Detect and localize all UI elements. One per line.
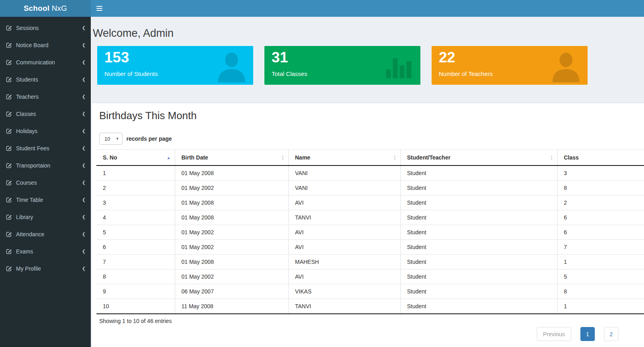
table-cell: 01 May 2002 bbox=[175, 240, 288, 255]
table-header-row: S. No ▲ ▲▼ Birth Date ▲ ▲▼ Name ▲ ▲▼ Stu… bbox=[96, 150, 644, 166]
column-label: Student/Teacher bbox=[407, 154, 451, 161]
table-cell: 11 May 2008 bbox=[175, 299, 288, 314]
table-row: 101 May 2008VANIStudent3 bbox=[96, 166, 644, 181]
table-cell: 01 May 2008 bbox=[175, 195, 288, 210]
table-cell: 8 bbox=[96, 269, 175, 284]
sidebar-item-communication[interactable]: Communication ❮ bbox=[0, 54, 91, 71]
table-cell: 01 May 2008 bbox=[175, 166, 288, 181]
chevron-left-icon: ❮ bbox=[82, 146, 86, 151]
column-header[interactable]: Name ▲ ▲▼ bbox=[288, 150, 400, 166]
table-cell: AVI bbox=[288, 269, 400, 284]
brand-rest: NxG bbox=[50, 4, 67, 12]
sidebar-item-sessions[interactable]: Sessions ❮ bbox=[0, 19, 91, 36]
edit-icon bbox=[6, 162, 12, 169]
sidebar-item-teachers[interactable]: Teachers ❮ bbox=[0, 88, 91, 105]
column-header[interactable]: Birth Date ▲ ▲▼ bbox=[175, 150, 288, 166]
previous-page-button[interactable]: Previous bbox=[537, 327, 571, 341]
sidebar-item-classes[interactable]: Classes ❮ bbox=[0, 105, 91, 122]
table-cell: 6 bbox=[557, 225, 644, 240]
table-cell: VIKAS bbox=[288, 284, 400, 299]
table-cell: 2 bbox=[96, 181, 175, 195]
table-cell: VANI bbox=[288, 181, 400, 195]
table-row: 1011 May 2008TANVIStudent1 bbox=[96, 299, 644, 314]
table-cell: 7 bbox=[557, 240, 644, 255]
sidebar-item-my-profile[interactable]: My Profile ❮ bbox=[0, 260, 91, 277]
bar-chart-icon bbox=[386, 56, 412, 78]
table-cell: VANI bbox=[288, 166, 400, 181]
column-header[interactable]: S. No ▲ ▲▼ bbox=[96, 150, 175, 166]
table-cell: Student bbox=[400, 255, 557, 269]
table-cell: 6 bbox=[96, 240, 175, 255]
birthdays-title: Birthdays This Month bbox=[99, 110, 644, 122]
hamburger-menu-button[interactable] bbox=[92, 4, 107, 14]
table-cell: Student bbox=[400, 225, 557, 240]
table-cell: 9 bbox=[96, 284, 175, 299]
sidebar-item-label: Time Table bbox=[16, 197, 82, 203]
sidebar-item-attendance[interactable]: Attendance ❮ bbox=[0, 225, 91, 243]
column-label: Class bbox=[564, 154, 579, 161]
column-header[interactable]: Student/Teacher ▲ ▲▼ bbox=[400, 150, 557, 166]
table-row: 906 May 2007VIKASStudent8 bbox=[96, 284, 644, 299]
sidebar-menu: Sessions ❮ Notice Board ❮ Communication … bbox=[0, 17, 91, 277]
app-logo[interactable]: School NxG bbox=[0, 0, 91, 17]
table-cell: 7 bbox=[96, 255, 175, 269]
sidebar-item-students[interactable]: Students ❮ bbox=[0, 71, 91, 88]
column-label: S. No bbox=[103, 154, 117, 161]
sidebar-item-label: Student Fees bbox=[16, 145, 82, 152]
sidebar-item-label: Communication bbox=[16, 59, 82, 66]
records-per-page-select[interactable]: 10 bbox=[99, 133, 122, 145]
table-cell: 1 bbox=[557, 299, 644, 314]
table-row: 501 May 2002AVIStudent6 bbox=[96, 225, 644, 240]
page-button-2[interactable]: 2 bbox=[604, 327, 618, 341]
table-body: 101 May 2008VANIStudent3201 May 2002VANI… bbox=[96, 166, 644, 314]
edit-icon bbox=[6, 76, 12, 83]
chevron-left-icon: ❮ bbox=[82, 128, 86, 134]
records-per-page-control: 10 ▼ records per page bbox=[99, 133, 644, 145]
chevron-left-icon: ❮ bbox=[82, 249, 86, 254]
edit-icon bbox=[6, 214, 12, 220]
sidebar-item-exams[interactable]: Exams ❮ bbox=[0, 243, 91, 260]
sidebar-item-transportaion[interactable]: Transportaion ❮ bbox=[0, 157, 91, 174]
table-cell: AVI bbox=[288, 225, 400, 240]
sort-ascending-icon: ▲ bbox=[167, 156, 171, 160]
table-row: 601 May 2002AVIStudent7 bbox=[96, 240, 644, 255]
pagination-pages: 12 bbox=[580, 327, 618, 341]
table-cell: Student bbox=[400, 195, 557, 210]
sidebar-item-label: Courses bbox=[16, 179, 82, 186]
edit-icon bbox=[6, 231, 12, 237]
stat-cards-row: 153 Number of Students 31 Total Classes bbox=[97, 46, 644, 85]
table-cell: 01 May 2002 bbox=[175, 181, 288, 195]
table-row: 701 May 2008MAHESHStudent1 bbox=[96, 255, 644, 269]
sidebar-item-courses[interactable]: Courses ❮ bbox=[0, 174, 91, 191]
brand-bold: School bbox=[24, 4, 50, 12]
table-cell: 6 bbox=[557, 210, 644, 225]
table-cell: 01 May 2008 bbox=[175, 255, 288, 269]
table-cell: AVI bbox=[288, 240, 400, 255]
sidebar-item-library[interactable]: Library ❮ bbox=[0, 208, 91, 225]
table-cell: Student bbox=[400, 240, 557, 255]
sidebar-item-label: Students bbox=[16, 76, 82, 83]
sidebar-item-label: Attendance bbox=[16, 231, 82, 237]
sidebar-item-notice-board[interactable]: Notice Board ❮ bbox=[0, 36, 91, 54]
edit-icon bbox=[6, 248, 12, 255]
edit-icon bbox=[6, 59, 12, 66]
sidebar-item-time-table[interactable]: Time Table ❮ bbox=[0, 191, 91, 208]
column-header[interactable]: Class ▲ ▲▼ bbox=[557, 150, 644, 166]
table-cell: 01 May 2002 bbox=[175, 225, 288, 240]
table-cell: Student bbox=[400, 269, 557, 284]
chevron-left-icon: ❮ bbox=[82, 266, 86, 271]
table-cell: Student bbox=[400, 210, 557, 225]
chevron-left-icon: ❮ bbox=[82, 197, 86, 202]
sidebar-item-student-fees[interactable]: Student Fees ❮ bbox=[0, 140, 91, 157]
chevron-left-icon: ❮ bbox=[82, 42, 86, 48]
chevron-left-icon: ❮ bbox=[82, 231, 86, 237]
table-cell: 5 bbox=[96, 225, 175, 240]
page-button-1[interactable]: 1 bbox=[580, 327, 595, 341]
edit-icon bbox=[6, 128, 12, 134]
sidebar-item-label: My Profile bbox=[16, 265, 82, 272]
table-cell: MAHESH bbox=[288, 255, 400, 269]
sidebar-item-holidays[interactable]: Holidays ❮ bbox=[0, 122, 91, 140]
table-cell: TANVI bbox=[288, 210, 400, 225]
table-row: 401 May 2008TANVIStudent6 bbox=[96, 210, 644, 225]
sidebar-item-label: Notice Board bbox=[16, 42, 82, 48]
